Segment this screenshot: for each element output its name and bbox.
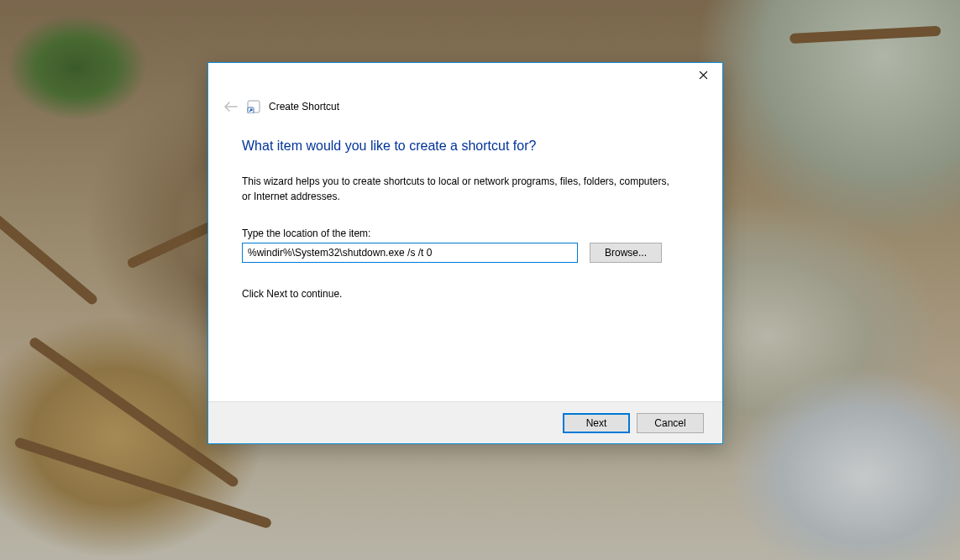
dialog-footer: Next Cancel bbox=[208, 401, 722, 443]
dialog-title: Create Shortcut bbox=[269, 101, 339, 113]
page-heading: What item would you like to create a sho… bbox=[242, 139, 689, 154]
background-decor bbox=[790, 26, 941, 44]
shortcut-icon bbox=[247, 100, 260, 113]
desktop-background: Create Shortcut What item would you like… bbox=[0, 0, 960, 560]
dialog-header: Create Shortcut bbox=[208, 90, 722, 120]
close-icon bbox=[699, 70, 708, 82]
location-row: Browse... bbox=[242, 243, 689, 263]
back-arrow-icon bbox=[223, 101, 239, 113]
background-decor bbox=[0, 201, 99, 306]
title-bar[interactable] bbox=[208, 63, 722, 90]
next-button[interactable]: Next bbox=[563, 413, 630, 433]
wizard-description: This wizard helps you to create shortcut… bbox=[242, 174, 679, 204]
dialog-content: What item would you like to create a sho… bbox=[208, 120, 722, 300]
browse-button[interactable]: Browse... bbox=[590, 243, 662, 263]
cancel-button[interactable]: Cancel bbox=[637, 413, 704, 433]
create-shortcut-dialog: Create Shortcut What item would you like… bbox=[207, 62, 723, 444]
location-input[interactable] bbox=[242, 243, 578, 263]
close-button[interactable] bbox=[684, 63, 722, 88]
continue-instruction: Click Next to continue. bbox=[242, 288, 689, 300]
location-label: Type the location of the item: bbox=[242, 228, 689, 239]
